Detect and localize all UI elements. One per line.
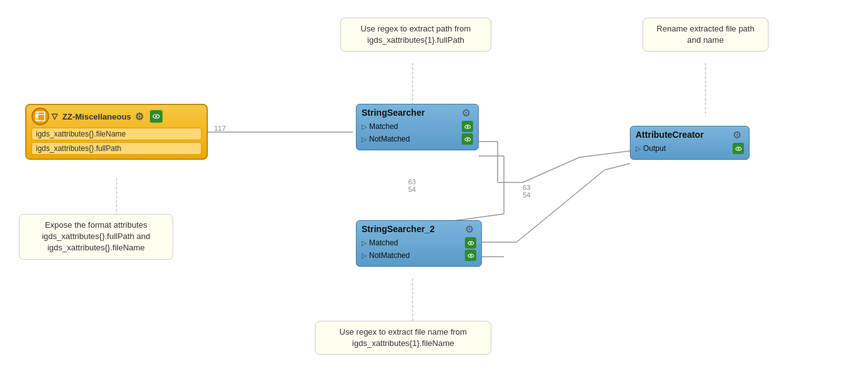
attr-creator-title: AttributeCreator (636, 130, 704, 140)
string-searcher-1-node[interactable]: StringSearcher ⚙ ▷ Matched ▷ NotMatched (356, 104, 479, 150)
count-54a: 54 (408, 186, 416, 193)
svg-point-22 (156, 116, 157, 118)
annotation-top-right: Rename extracted file path and name (642, 18, 768, 52)
ss2-notmatched-port[interactable]: ▷ NotMatched (362, 250, 476, 261)
attr-creator-output-port[interactable]: ▷ Output (636, 143, 744, 154)
ss1-matched-eye[interactable] (462, 121, 473, 132)
gear-icon-ac[interactable]: ⚙ (733, 129, 744, 140)
svg-line-11 (605, 164, 630, 170)
ss1-matched-port[interactable]: ▷ Matched (362, 121, 473, 132)
reader-node[interactable]: ▽ ZZ-Miscellaneous ⚙ igds_xattributes{}.… (25, 104, 208, 160)
gear-icon-ss1[interactable]: ⚙ (462, 107, 473, 118)
reader-title: ▽ ZZ-Miscellaneous ⚙ (52, 110, 163, 123)
count-54b: 54 (523, 191, 530, 199)
ss1-notmatched-eye[interactable] (462, 133, 473, 145)
svg-line-4 (523, 157, 580, 182)
eye-icon[interactable] (150, 110, 163, 123)
ss2-notmatched-label: NotMatched (369, 251, 410, 260)
ss2-notmatched-eye[interactable] (465, 250, 476, 261)
ss2-matched-eye[interactable] (465, 237, 476, 248)
string-searcher-2-title: StringSearcher_2 (362, 224, 435, 234)
attribute-creator-node[interactable]: AttributeCreator ⚙ ▷ Output (630, 126, 750, 160)
ss1-notmatched-label: NotMatched (369, 135, 410, 143)
reader-attr1: igds_xattributes{}.fileName (31, 128, 202, 140)
canvas: Use regex to extract path from igds_xatt… (0, 0, 868, 385)
svg-point-30 (470, 255, 472, 257)
annotation-top-center: Use regex to extract path from igds_xatt… (340, 18, 491, 52)
gear-icon-ss2[interactable]: ⚙ (465, 223, 476, 235)
attr-creator-output-label: Output (643, 144, 666, 153)
gear-icon[interactable]: ⚙ (135, 111, 146, 122)
attr-creator-eye[interactable] (733, 143, 744, 154)
svg-point-24 (467, 126, 469, 128)
count-63b: 63 (523, 184, 530, 191)
svg-rect-17 (36, 112, 45, 121)
reader-attr2: igds_xattributes{}.fullPath (31, 142, 202, 155)
annotation-bottom-left: Expose the format attributes igds_xattri… (19, 214, 173, 260)
svg-line-5 (580, 151, 630, 157)
ss1-matched-label: Matched (369, 122, 398, 131)
annotation-bottom-center: Use regex to extract file name from igds… (315, 321, 491, 355)
ss1-notmatched-port[interactable]: ▷ NotMatched (362, 133, 473, 145)
string-searcher-2-node[interactable]: StringSearcher_2 ⚙ ▷ Matched ▷ NotMatche… (356, 220, 482, 267)
string-searcher-1-title: StringSearcher (362, 108, 425, 118)
svg-line-10 (517, 170, 605, 242)
ss2-matched-port[interactable]: ▷ Matched (362, 237, 476, 248)
svg-point-28 (470, 242, 472, 244)
svg-point-26 (467, 138, 469, 140)
reader-title-text: ZZ-Miscellaneous (62, 112, 131, 121)
count-117: 117 (214, 125, 226, 132)
ss2-matched-label: Matched (369, 238, 398, 247)
svg-point-32 (738, 148, 740, 150)
count-63a: 63 (408, 178, 416, 186)
reader-icon (31, 108, 49, 125)
